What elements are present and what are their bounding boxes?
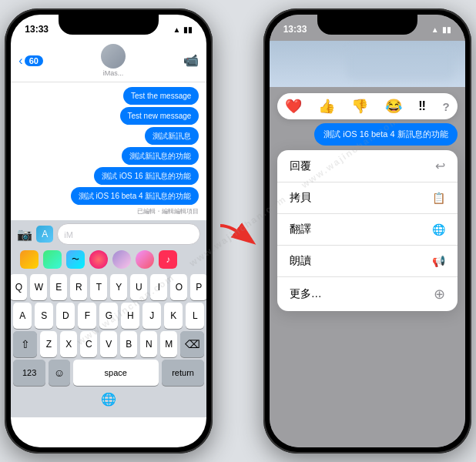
msg-bubble-3: 測試新訊息 — [145, 127, 199, 145]
key-u[interactable]: U — [130, 274, 147, 300]
key-l[interactable]: L — [186, 303, 204, 329]
menu-more[interactable]: 更多… ⊕ — [277, 277, 458, 311]
video-call-icon[interactable]: 📹 — [183, 53, 199, 68]
key-e[interactable]: E — [50, 274, 67, 300]
left-status-icons: ▲ ▮▮ — [173, 25, 193, 34]
right-phone: 13:33 ▲ ▮▮ ❤️ 👍 👎 😂 ‼ ? — [263, 8, 471, 454]
contact-name: iMas... — [103, 69, 124, 77]
reaction-heart[interactable]: ❤️ — [285, 98, 302, 115]
notch-left — [59, 15, 159, 35]
left-time: 13:33 — [25, 24, 49, 35]
reaction-bar[interactable]: ❤️ 👍 👎 😂 ‼ ? — [277, 93, 458, 119]
apps-icon[interactable]: A — [36, 226, 53, 243]
key-shift[interactable]: ⇧ — [13, 331, 37, 357]
key-g[interactable]: G — [99, 303, 118, 329]
msg-bubble-6: 測試 iOS 16 beta 4 新訊息的功能 — [71, 187, 199, 205]
key-n[interactable]: N — [140, 331, 157, 357]
reaction-laugh[interactable]: 😂 — [385, 98, 402, 115]
keyboard-row-2: A S D F G H J K L — [13, 303, 204, 329]
key-x[interactable]: X — [60, 331, 77, 357]
blurred-bg — [270, 41, 465, 87]
contact-info: iMas... — [43, 44, 183, 77]
menu-reply[interactable]: 回覆 ↩ — [277, 150, 458, 182]
key-z[interactable]: Z — [40, 331, 57, 357]
key-m[interactable]: M — [160, 331, 177, 357]
key-a[interactable]: A — [13, 303, 32, 329]
key-b[interactable]: B — [120, 331, 137, 357]
context-menu: 回覆 ↩ 拷貝 📋 翻譯 🌐 朗讀 📢 — [277, 150, 458, 311]
right-time: 13:33 — [283, 24, 307, 35]
msg-bubble-1: Test the message — [123, 87, 199, 105]
keyboard-area: 📷 A iM 〜 ♪ — [11, 220, 206, 417]
globe-icon[interactable]: 🌐 — [101, 392, 116, 407]
keyboard-row-1: Q W E R T Y U I O P — [13, 274, 204, 300]
speak-icon: 📢 — [432, 255, 445, 267]
keyboard-row-3: ⇧ Z X C V B N M ⌫ — [13, 331, 204, 357]
left-screen: 13:33 ▲ ▮▮ ‹ 60 iMas... 📹 — [11, 15, 206, 447]
edit-label: 已編輯・編輯編輯項目 — [137, 207, 199, 216]
key-w[interactable]: W — [30, 274, 47, 300]
menu-reply-label: 回覆 — [290, 159, 311, 173]
key-k[interactable]: K — [164, 303, 183, 329]
main-container: 13:33 ▲ ▮▮ ‹ 60 iMas... 📹 — [0, 0, 476, 462]
arrow-container — [215, 210, 261, 253]
input-placeholder: iM — [64, 230, 73, 239]
key-d[interactable]: D — [56, 303, 75, 329]
avatar — [101, 44, 126, 69]
highlighted-bubble: 測試 iOS 16 beta 4 新訊息的功能 — [314, 123, 457, 146]
back-chevron-icon: ‹ — [18, 54, 22, 68]
wave-icon[interactable]: 〜 — [66, 250, 85, 269]
key-f[interactable]: F — [78, 303, 96, 329]
key-v[interactable]: V — [100, 331, 117, 357]
key-c[interactable]: C — [80, 331, 97, 357]
more-icon: ⊕ — [434, 286, 445, 303]
key-s[interactable]: S — [35, 303, 53, 329]
key-space[interactable]: space — [73, 360, 159, 386]
menu-translate[interactable]: 翻譯 🌐 — [277, 214, 458, 246]
music-icon[interactable]: ♪ — [159, 250, 177, 269]
reaction-thumbup[interactable]: 👍 — [318, 98, 335, 115]
reaction-question[interactable]: ? — [442, 100, 449, 113]
key-p[interactable]: P — [190, 274, 206, 300]
msg-bubble-5: 測試 iOS 16 新訊息的功能 — [94, 167, 199, 185]
avatar-icon-1[interactable] — [112, 250, 131, 269]
reply-icon: ↩ — [435, 159, 445, 173]
menu-more-label: 更多… — [290, 287, 322, 301]
key-q[interactable]: Q — [11, 274, 27, 300]
key-r[interactable]: R — [70, 274, 87, 300]
message-input[interactable]: iM — [57, 223, 200, 245]
key-emoji[interactable]: ☺ — [49, 360, 70, 386]
menu-translate-label: 翻譯 — [290, 223, 311, 236]
reaction-thumbdown[interactable]: 👎 — [351, 98, 368, 115]
blurred-content — [347, 48, 454, 80]
key-o[interactable]: O — [170, 274, 187, 300]
key-return[interactable]: return — [162, 360, 205, 386]
reaction-exclaim[interactable]: ‼ — [418, 99, 426, 113]
wifi-icon: ▲ — [173, 25, 180, 34]
msg-bubble-2: Test new message — [120, 107, 199, 125]
key-t[interactable]: T — [90, 274, 107, 300]
key-i[interactable]: I — [150, 274, 167, 300]
highlighted-msg-container: 測試 iOS 16 beta 4 新訊息的功能 — [277, 123, 458, 146]
menu-speak[interactable]: 朗讀 📢 — [277, 246, 458, 277]
menu-speak-label: 朗讀 — [290, 254, 311, 268]
back-button[interactable]: ‹ 60 — [18, 54, 43, 68]
appstore-icon[interactable] — [43, 250, 62, 269]
key-num[interactable]: 123 — [13, 360, 45, 386]
key-delete[interactable]: ⌫ — [180, 331, 204, 357]
menu-copy[interactable]: 拷貝 📋 — [277, 182, 458, 214]
battery-icon: ▮▮ — [183, 25, 193, 34]
key-y[interactable]: Y — [110, 274, 127, 300]
rec-icon[interactable] — [89, 250, 108, 269]
key-j[interactable]: J — [142, 303, 161, 329]
key-h[interactable]: H — [121, 303, 139, 329]
camera-icon[interactable]: 📷 — [17, 227, 32, 242]
right-content: 13:33 ▲ ▮▮ ❤️ 👍 👎 😂 ‼ ? — [270, 15, 465, 311]
menu-copy-label: 拷貝 — [290, 191, 311, 205]
translate-icon: 🌐 — [432, 223, 445, 236]
input-row: 📷 A iM — [11, 220, 206, 248]
copy-icon: 📋 — [432, 192, 445, 204]
direction-arrow — [216, 210, 259, 253]
avatar-icon-2[interactable] — [136, 250, 154, 269]
photos-app-icon[interactable] — [20, 250, 39, 269]
